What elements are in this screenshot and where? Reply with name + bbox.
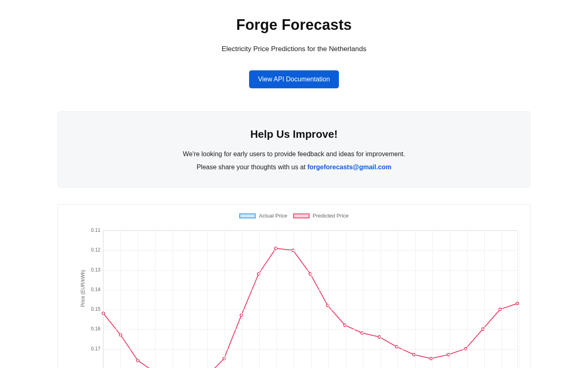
feedback-text: We're looking for early users to provide…	[71, 150, 517, 158]
page-title: Forge Forecasts	[0, 16, 588, 34]
legend-item-actual[interactable]: Actual Price	[239, 213, 287, 219]
chart-y-tick: 0.15	[88, 306, 100, 312]
feedback-email-link[interactable]: forgeforecasts@gmail.com	[307, 164, 392, 171]
feedback-email-line: Please share your thoughts with us at fo…	[71, 164, 517, 171]
chart: Price (EUR/kWh) 0.170.160.150.140.130.12…	[66, 221, 522, 368]
legend-label-actual: Actual Price	[259, 213, 287, 219]
chart-y-tick: 0.16	[88, 326, 100, 332]
feedback-title: Help Us Improve!	[71, 128, 517, 141]
chart-y-tick: 0.13	[88, 267, 100, 273]
chart-y-tick: 0.14	[88, 287, 100, 292]
chart-y-tick: 0.11	[88, 227, 100, 233]
chart-y-tick: 0.17	[88, 346, 100, 352]
chart-y-tick: 0.12	[88, 247, 100, 253]
chart-card: Actual Price Predicted Price Price (EUR/…	[58, 204, 530, 368]
legend-label-predicted: Predicted Price	[313, 213, 349, 219]
feedback-card: Help Us Improve! We're looking for early…	[58, 111, 530, 188]
legend-swatch-actual-icon	[239, 213, 256, 218]
svg-point-7	[223, 357, 225, 360]
feedback-share-prefix: Please share your thoughts with us at	[196, 164, 307, 171]
svg-point-24	[516, 302, 519, 305]
legend-swatch-predicted-icon	[293, 213, 310, 218]
legend-item-predicted[interactable]: Predicted Price	[293, 213, 349, 219]
page-subtitle: Electricity Price Predictions for the Ne…	[0, 45, 588, 53]
view-api-docs-button[interactable]: View API Documentation	[249, 70, 339, 88]
chart-y-axis-title: Price (EUR/kWh)	[80, 270, 86, 307]
chart-legend: Actual Price Predicted Price	[66, 213, 522, 219]
svg-point-20	[447, 353, 450, 356]
